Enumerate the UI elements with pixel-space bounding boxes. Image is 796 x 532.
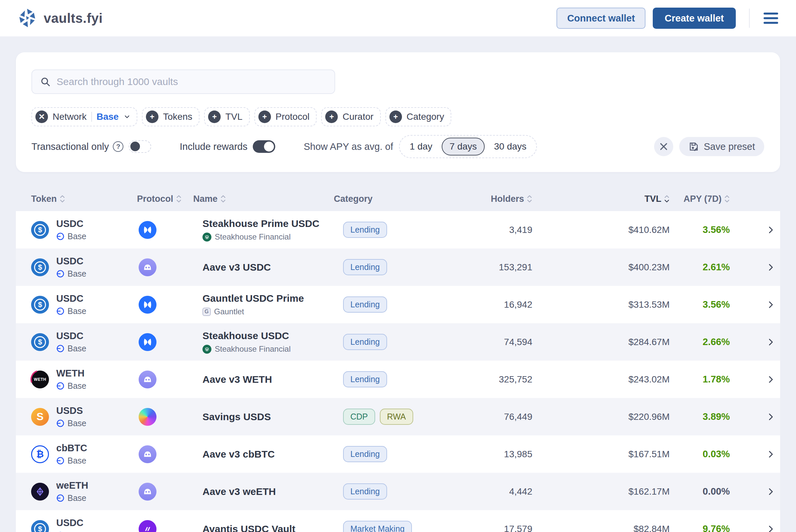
help-icon[interactable]: ?	[113, 141, 124, 152]
column-header-holders[interactable]: Holders	[476, 194, 532, 204]
menu-icon[interactable]	[763, 11, 779, 26]
apy-value: 0.03%	[670, 449, 730, 459]
holders-value: 325,752	[476, 374, 532, 385]
row-chevron-right-icon[interactable]	[765, 300, 776, 310]
holders-value: 153,291	[476, 262, 532, 273]
token-cell: $ USDC Base	[31, 330, 137, 353]
network-name: Base	[68, 344, 86, 353]
name-cell: Aave v3 weETH	[193, 486, 334, 497]
add-filter-chip-tvl[interactable]: +TVL	[204, 107, 249, 126]
brand[interactable]: vaults.fyi	[17, 8, 102, 28]
base-network-icon	[56, 419, 64, 428]
apy-period-option-1-day[interactable]: 1 day	[402, 138, 440, 155]
category-cell: Lending	[334, 371, 476, 387]
apy-value: 1.78%	[670, 374, 730, 385]
sort-icon[interactable]	[176, 194, 182, 203]
search-icon	[40, 76, 51, 87]
steakhouse-curator-icon	[203, 345, 211, 354]
column-header-tvl[interactable]: TVL	[532, 194, 670, 204]
column-header-apy-7d-[interactable]: APY (7D)	[670, 194, 730, 204]
filter-controls-row: Transactional only ? Include rewards Sho…	[32, 135, 764, 158]
add-filter-chip-tokens[interactable]: +Tokens	[142, 107, 200, 126]
plus-icon: +	[259, 111, 271, 123]
base-network-icon	[56, 382, 64, 390]
search-box[interactable]	[32, 70, 335, 94]
close-icon	[659, 141, 669, 152]
aave-protocol-icon	[139, 370, 156, 388]
row-chevron-right-icon[interactable]	[765, 375, 776, 384]
category-cell: Lending	[334, 483, 476, 499]
token-cell: $ USDC Base	[31, 293, 137, 316]
remove-network-filter-icon[interactable]: ✕	[35, 111, 48, 123]
add-filter-chip-protocol[interactable]: +Protocol	[254, 107, 317, 126]
cbbtc-token-icon: ₿	[31, 445, 49, 463]
column-header-protocol[interactable]: Protocol	[137, 194, 193, 204]
category-badge: Lending	[343, 371, 387, 387]
vault-name: Aave v3 weETH	[203, 486, 334, 497]
vault-row-savings-usds[interactable]: S USDS Base Savings USDS CDPRWA 76,449 $…	[16, 398, 780, 435]
holders-value: 4,442	[476, 486, 532, 497]
row-chevron-right-icon[interactable]	[765, 449, 776, 459]
table-header-row: Token Protocol Name CategoryHolders TVL …	[16, 187, 780, 211]
row-chevron-right-icon[interactable]	[765, 262, 776, 272]
network-name: Base	[68, 531, 86, 532]
protocol-cell	[137, 296, 193, 314]
vault-row-aave-v3-cbbtc[interactable]: ₿ cbBTC Base Aave v3 cbBTC Lending 13,98…	[16, 435, 780, 473]
top-bar: vaults.fyi Connect wallet Create wallet	[0, 0, 796, 36]
token-symbol: WETH	[56, 368, 86, 379]
vault-name: Steakhouse USDC	[203, 330, 334, 341]
sort-icon[interactable]	[220, 194, 226, 203]
category-badge: Lending	[343, 259, 387, 275]
token-symbol: USDC	[56, 330, 86, 341]
plus-icon: +	[390, 111, 402, 123]
vault-row-aave-v3-weth[interactable]: WETH WETH Base Aave v3 WETH Lending 325,…	[16, 361, 780, 398]
transactional-only-toggle[interactable]	[129, 140, 151, 153]
tvl-value: $243.02M	[532, 374, 670, 385]
category-cell: CDPRWA	[334, 408, 476, 425]
search-input[interactable]	[57, 76, 326, 87]
connect-wallet-button[interactable]: Connect wallet	[556, 7, 645, 29]
row-chevron-right-icon[interactable]	[765, 412, 776, 422]
row-chevron-right-icon[interactable]	[765, 487, 776, 497]
sort-icon[interactable]	[527, 194, 532, 203]
vault-row-aave-v3-usdc[interactable]: $ USDC Base Aave v3 USDC Lending 153,291…	[16, 248, 780, 286]
column-header-name[interactable]: Name	[193, 194, 334, 204]
sort-icon[interactable]	[724, 194, 730, 203]
vault-row-avantis-usdc-vault[interactable]: $ USDC Base Avantis USDC Vault Market Ma…	[16, 510, 780, 532]
plus-icon: +	[208, 111, 221, 123]
save-preset-button[interactable]: Save preset	[679, 137, 764, 156]
category-badge: RWA	[380, 408, 413, 425]
token-cell: S USDS Base	[31, 405, 137, 428]
row-chevron-right-icon[interactable]	[765, 337, 776, 347]
sort-icon[interactable]	[60, 194, 65, 203]
base-network-icon	[56, 307, 64, 315]
row-chevron-right-icon[interactable]	[765, 524, 776, 532]
clear-filters-button[interactable]	[654, 137, 673, 156]
category-badge: Lending	[343, 222, 387, 238]
category-badge: Market Making	[343, 521, 412, 532]
usdc-token-icon: $	[31, 259, 49, 276]
holders-value: 3,419	[476, 225, 532, 235]
column-header-token[interactable]: Token	[31, 194, 137, 204]
avantis-protocol-icon	[139, 520, 156, 532]
vault-row-steakhouse-usdc[interactable]: $ USDC Base Steakhouse USDC Steakhouse F…	[16, 323, 780, 361]
include-rewards-toggle[interactable]	[253, 140, 275, 153]
column-header-category: Category	[334, 194, 476, 204]
network-name: Base	[68, 306, 86, 316]
apy-period-segmented-control: 1 day7 days30 days	[399, 135, 537, 158]
base-network-icon	[56, 494, 64, 502]
vault-row-aave-v3-weeth[interactable]: weETH Base Aave v3 weETH Lending 4,442 $…	[16, 473, 780, 510]
apy-period-option-30-days[interactable]: 30 days	[486, 138, 534, 155]
sort-icon[interactable]	[664, 194, 670, 203]
apy-period-option-7-days[interactable]: 7 days	[442, 138, 485, 155]
vault-row-gauntlet-usdc-prime[interactable]: $ USDC Base Gauntlet USDC Prime GGauntle…	[16, 286, 780, 323]
add-filter-chip-category[interactable]: +Category	[385, 107, 452, 126]
row-chevron-right-icon[interactable]	[765, 225, 776, 235]
name-cell: Avantis USDC Vault	[193, 524, 334, 532]
network-filter-chip[interactable]: ✕ Network Base	[32, 107, 137, 126]
protocol-cell	[137, 483, 193, 500]
curator-name: Steakhouse Financial	[215, 232, 290, 242]
create-wallet-button[interactable]: Create wallet	[653, 7, 736, 29]
vault-row-steakhouse-prime-usdc[interactable]: $ USDC Base Steakhouse Prime USDC Steakh…	[16, 211, 780, 248]
add-filter-chip-curator[interactable]: +Curator	[321, 107, 380, 126]
